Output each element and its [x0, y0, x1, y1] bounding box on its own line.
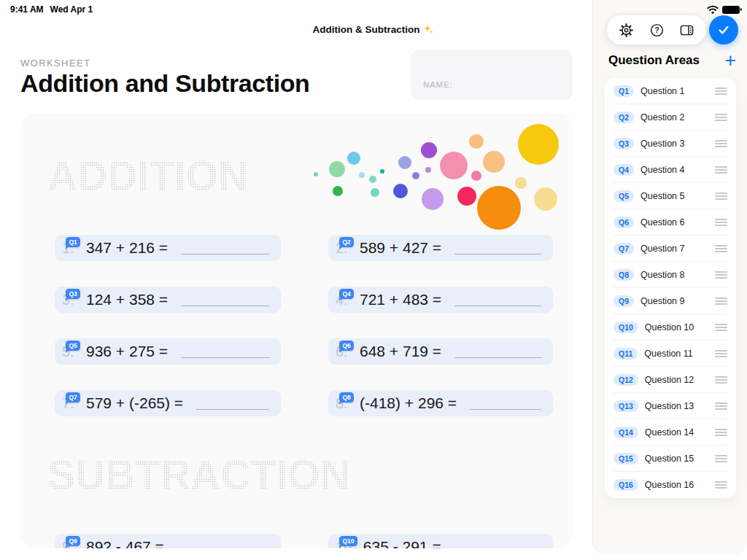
name-label: NAME: — [423, 80, 452, 89]
drag-handle-icon[interactable] — [715, 114, 727, 121]
question-areas-panel: Question Areas + Q1Question 1Q2Question … — [592, 0, 747, 554]
problem-row[interactable]: 1.Q1347 + 216 = — [55, 235, 281, 261]
problem-row[interactable]: 5.Q5936 + 275 = — [55, 338, 281, 365]
drag-handle-icon[interactable] — [715, 298, 727, 305]
drag-handle-icon[interactable] — [715, 376, 727, 384]
question-list-item[interactable]: Q8Question 8 — [605, 262, 736, 288]
problem-expression: 124 + 358 = — [86, 291, 168, 308]
question-badge: Q5 — [66, 341, 80, 351]
question-badge: Q7 — [614, 243, 634, 255]
battery-icon — [722, 6, 740, 14]
answer-line — [454, 254, 541, 254]
answer-line — [196, 409, 269, 410]
question-label: Question 13 — [645, 401, 715, 411]
worksheet-sections: ADDITION1.Q1347 + 216 =2.Q2589 + 427 =3.… — [20, 155, 573, 548]
question-circle-icon: ? — [649, 23, 665, 38]
problem-expression: 347 + 216 = — [86, 239, 168, 257]
question-list-item[interactable]: Q1Question 1 — [605, 78, 736, 104]
help-button[interactable]: ? — [646, 19, 667, 41]
problem-expression: 648 + 719 = — [360, 343, 441, 360]
question-badge: Q8 — [339, 392, 354, 402]
bubble — [469, 134, 484, 149]
question-label: Question 12 — [645, 375, 715, 385]
drag-handle-icon[interactable] — [715, 350, 727, 357]
drag-handle-icon[interactable] — [715, 88, 727, 95]
worksheet-title: Addition and Subtraction — [20, 69, 309, 98]
drag-handle-icon[interactable] — [715, 166, 727, 174]
problem-expression: 936 + 275 = — [86, 343, 168, 360]
question-label: Question 8 — [640, 270, 715, 280]
question-list-item[interactable]: Q10Question 10 — [605, 314, 736, 341]
question-list-item[interactable]: Q9Question 9 — [605, 288, 736, 314]
section-heading: ADDITION — [47, 155, 248, 197]
question-badge: Q8 — [614, 269, 634, 281]
drag-handle-icon[interactable] — [715, 245, 727, 252]
question-badge: Q6 — [339, 341, 354, 351]
question-list-item[interactable]: Q2Question 2 — [605, 104, 736, 131]
question-label: Question 11 — [644, 349, 715, 359]
status-date: Wed Apr 1 — [50, 4, 93, 15]
question-list-item[interactable]: Q7Question 7 — [605, 236, 736, 262]
problem-row[interactable]: 6.Q6648 + 719 = — [328, 338, 553, 365]
status-time: 9:41 AM — [10, 4, 44, 15]
question-badge: Q9 — [614, 295, 634, 308]
answer-line — [181, 254, 269, 254]
question-badge: Q4 — [614, 164, 634, 176]
drag-handle-icon[interactable] — [715, 402, 727, 410]
problem-row[interactable]: 4.Q4721 + 483 = — [328, 287, 553, 313]
add-question-button[interactable]: + — [724, 53, 736, 68]
problem-row[interactable]: 7.Q7579 + (-265) = — [55, 390, 281, 416]
question-badge: Q12 — [614, 374, 638, 386]
worksheet-section: SUBTRACTION9.Q9892 - 467 =10.Q10635 - 29… — [20, 454, 573, 548]
toolbar: ? — [607, 15, 706, 44]
section-heading: SUBTRACTION — [47, 454, 350, 496]
settings-button[interactable] — [616, 19, 638, 41]
problem-expression: 721 + 483 = — [360, 291, 441, 308]
question-label: Question 7 — [640, 244, 715, 254]
answer-line — [454, 306, 541, 306]
sidebar-title: Question Areas — [608, 53, 700, 68]
drag-handle-icon[interactable] — [715, 271, 727, 279]
gear-icon — [619, 23, 634, 38]
drag-handle-icon[interactable] — [715, 429, 727, 436]
problem-row[interactable]: 2.Q2589 + 427 = — [328, 235, 553, 261]
question-list-item[interactable]: Q14Question 14 — [605, 419, 736, 446]
problem-grid: 1.Q1347 + 216 =2.Q2589 + 427 =3.Q3124 + … — [55, 235, 573, 416]
name-field[interactable]: NAME: — [411, 50, 573, 100]
drag-handle-icon[interactable] — [715, 455, 727, 462]
problem-expression: 589 + 427 = — [360, 239, 441, 257]
question-list-item[interactable]: Q11Question 11 — [605, 341, 736, 367]
question-label: Question 14 — [645, 427, 715, 438]
question-badge: Q10 — [339, 536, 357, 546]
problem-row[interactable]: 9.Q9892 - 467 = — [55, 534, 281, 548]
drag-handle-icon[interactable] — [715, 324, 727, 331]
question-list-item[interactable]: Q6Question 6 — [605, 209, 736, 236]
question-list-item[interactable]: Q12Question 12 — [605, 367, 736, 393]
answer-line — [470, 409, 541, 410]
question-badge: Q5 — [614, 190, 634, 203]
drag-handle-icon[interactable] — [715, 192, 727, 200]
drag-handle-icon[interactable] — [715, 481, 727, 489]
drag-handle-icon[interactable] — [715, 140, 727, 147]
worksheet-page: ADDITION1.Q1347 + 216 =2.Q2589 + 427 =3.… — [20, 113, 573, 548]
problem-row[interactable]: 3.Q3124 + 358 = — [55, 287, 281, 313]
status-bar-left: 9:41 AMWed Apr 1 — [10, 4, 93, 15]
problem-expression: 892 - 467 = — [86, 538, 164, 548]
question-list: Q1Question 1Q2Question 2Q3Question 3Q4Qu… — [605, 78, 736, 498]
question-list-item[interactable]: Q4Question 4 — [605, 157, 736, 183]
question-list-item[interactable]: Q16Question 16 — [605, 472, 736, 498]
question-list-item[interactable]: Q5Question 5 — [605, 183, 736, 209]
question-badge: Q2 — [614, 112, 634, 124]
question-badge: Q11 — [614, 348, 638, 360]
confirm-button[interactable] — [709, 15, 738, 44]
question-list-item[interactable]: Q13Question 13 — [605, 393, 736, 419]
panel-toggle-button[interactable] — [676, 19, 698, 41]
problem-row[interactable]: 10.Q10635 - 291 = — [328, 534, 553, 548]
drag-handle-icon[interactable] — [715, 219, 727, 226]
question-label: Question 5 — [640, 191, 715, 201]
question-badge: Q15 — [614, 453, 638, 465]
problem-row[interactable]: 8.Q8(-418) + 296 = — [328, 390, 553, 416]
question-list-item[interactable]: Q15Question 15 — [605, 446, 736, 472]
question-list-item[interactable]: Q3Question 3 — [605, 131, 736, 157]
answer-line — [181, 306, 269, 306]
